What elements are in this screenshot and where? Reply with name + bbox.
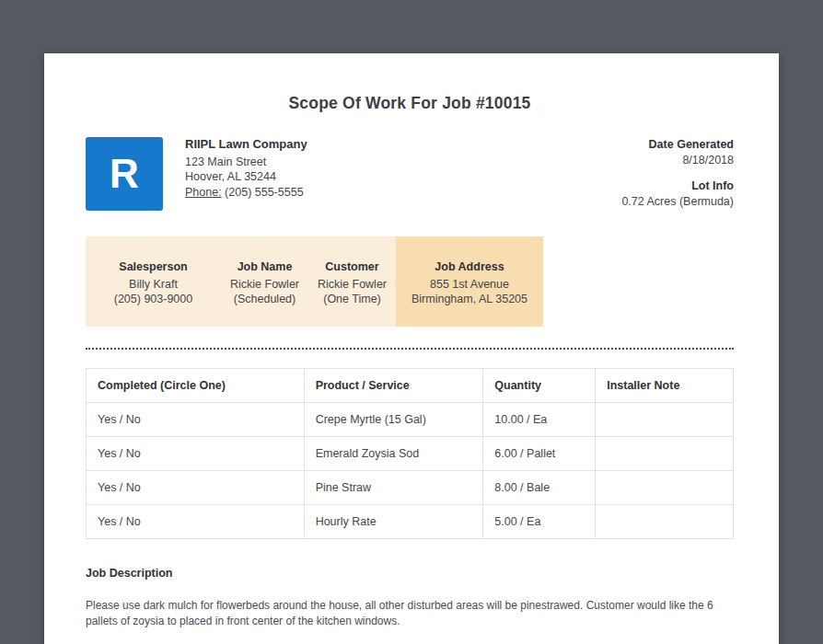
- installer-note-cell: [596, 505, 734, 539]
- page-title: Scope Of Work For Job #10015: [86, 94, 734, 113]
- customer-label: Customer: [308, 259, 396, 274]
- scope-of-work-table: Completed (Circle One) Product / Service…: [86, 368, 734, 539]
- product-cell: Pine Straw: [304, 471, 483, 505]
- installer-note-cell: [596, 403, 734, 437]
- summary-job-name: Job Name Rickie Fowler (Scheduled): [221, 236, 308, 327]
- customer-name: Rickie Fowler: [308, 277, 396, 292]
- job-address-label: Job Address: [396, 259, 543, 274]
- quantity-cell: 8.00 / Bale: [483, 471, 596, 505]
- header-product-service: Product / Service: [304, 369, 483, 403]
- completed-cell: Yes / No: [87, 437, 305, 471]
- company-info: RIIPL Lawn Company 123 Main Street Hoove…: [185, 137, 307, 200]
- header-installer-note: Installer Note: [596, 369, 734, 403]
- completed-cell: Yes / No: [87, 505, 305, 539]
- company-address-line2: Hoover, AL 35244: [185, 169, 307, 185]
- job-name-value: Rickie Fowler: [221, 277, 308, 292]
- lot-info-value: 0.72 Acres (Bermuda): [621, 194, 734, 210]
- job-name-status: (Scheduled): [221, 292, 308, 306]
- product-cell: Emerald Zoysia Sod: [304, 437, 483, 471]
- product-cell: Hourly Rate: [304, 505, 483, 539]
- table-header-row: Completed (Circle One) Product / Service…: [87, 369, 734, 403]
- phone-label: Phone:: [185, 186, 222, 199]
- lot-info-label: Lot Info: [621, 178, 734, 194]
- document-header: R RIIPL Lawn Company 123 Main Street Hoo…: [86, 137, 734, 211]
- job-description-heading: Job Description: [86, 567, 734, 580]
- quantity-cell: 10.00 / Ea: [483, 403, 596, 437]
- job-name-label: Job Name: [221, 259, 308, 274]
- quantity-cell: 6.00 / Pallet: [483, 437, 596, 471]
- job-summary-band: Salesperson Billy Kraft (205) 903-9000 J…: [86, 236, 734, 327]
- quantity-cell: 5.00 / Ea: [483, 505, 596, 539]
- table-row: Yes / No Pine Straw 8.00 / Bale: [87, 471, 734, 505]
- customer-type: (One Time): [308, 292, 396, 306]
- company-phone-line: Phone: (205) 555-5555: [185, 185, 307, 201]
- date-generated-label: Date Generated: [621, 137, 734, 153]
- table-row: Yes / No Emerald Zoysia Sod 6.00 / Palle…: [87, 437, 734, 471]
- installer-note-cell: [596, 437, 734, 471]
- document-meta: Date Generated 8/18/2018 Lot Info 0.72 A…: [621, 137, 734, 209]
- job-address-line1: 855 1st Avenue: [396, 277, 543, 292]
- product-cell: Crepe Myrtle (15 Gal): [304, 403, 483, 437]
- dotted-separator: [86, 348, 734, 350]
- company-address-line1: 123 Main Street: [185, 155, 307, 170]
- summary-customer: Customer Rickie Fowler (One Time): [308, 236, 396, 327]
- job-description-paragraph: Please use dark mulch for flowerbeds aro…: [86, 598, 734, 629]
- job-description-section: Job Description Please use dark mulch fo…: [86, 567, 734, 644]
- company-logo: R: [86, 137, 163, 211]
- company-name: RIIPL Lawn Company: [185, 137, 307, 153]
- salesperson-label: Salesperson: [86, 259, 221, 274]
- salesperson-name: Billy Kraft: [86, 277, 221, 292]
- phone-number: (205) 555-5555: [225, 186, 303, 199]
- document-page: Scope Of Work For Job #10015 R RIIPL Law…: [44, 53, 779, 644]
- header-completed: Completed (Circle One): [87, 369, 305, 403]
- salesperson-phone: (205) 903-9000: [86, 292, 221, 306]
- table-row: Yes / No Crepe Myrtle (15 Gal) 10.00 / E…: [87, 403, 734, 437]
- company-logo-letter: R: [110, 154, 139, 194]
- completed-cell: Yes / No: [87, 471, 305, 505]
- table-row: Yes / No Hourly Rate 5.00 / Ea: [87, 505, 734, 539]
- summary-salesperson: Salesperson Billy Kraft (205) 903-9000: [86, 236, 221, 327]
- job-address-line2: Birmingham, AL 35205: [396, 292, 543, 306]
- installer-note-cell: [596, 471, 734, 505]
- summary-job-address: Job Address 855 1st Avenue Birmingham, A…: [396, 236, 543, 327]
- completed-cell: Yes / No: [87, 403, 305, 437]
- date-generated-value: 8/18/2018: [621, 153, 734, 168]
- header-quantity: Quantity: [483, 369, 596, 403]
